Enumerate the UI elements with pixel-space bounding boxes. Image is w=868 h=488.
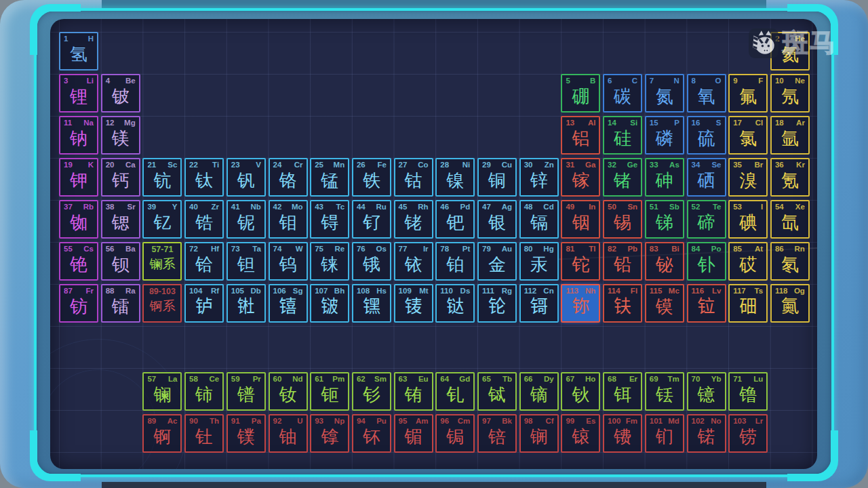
element-cell-u[interactable]: 92U铀	[269, 414, 308, 453]
element-cell-th[interactable]: 90Th钍	[184, 414, 224, 453]
element-cell-rf[interactable]: 104Rf𬬻	[184, 284, 224, 323]
element-cell-ce[interactable]: 58Ce铈	[184, 372, 224, 411]
element-cell-zr[interactable]: 40Zr锆	[184, 200, 224, 239]
element-cell-sg[interactable]: 106Sg𬭳	[269, 284, 308, 323]
element-cell-ga[interactable]: 31Ga镓	[561, 158, 600, 197]
element-cell-fm[interactable]: 100Fm镄	[603, 414, 642, 453]
element-cell-ir[interactable]: 77Ir铱	[394, 242, 433, 281]
element-cell-mo[interactable]: 42Mo钼	[269, 200, 308, 239]
element-cell-sb[interactable]: 51Sb锑	[645, 200, 684, 239]
element-cell-yb[interactable]: 70Yb镱	[687, 372, 726, 411]
element-cell-te[interactable]: 52Te碲	[687, 200, 726, 239]
element-cell-mc[interactable]: 115Mc镆	[645, 284, 684, 323]
element-cell-as[interactable]: 33As砷	[645, 158, 684, 197]
element-cell-cr[interactable]: 24Cr铬	[269, 158, 308, 197]
element-cell-tc[interactable]: 43Tc锝	[310, 200, 349, 239]
element-cell-os[interactable]: 76Os锇	[352, 242, 391, 281]
element-cell-no[interactable]: 102No锘	[687, 414, 726, 453]
element-cell-bh[interactable]: 107Bh𬭛	[310, 284, 349, 323]
element-cell-se[interactable]: 34Se硒	[687, 158, 726, 197]
element-cell-pa[interactable]: 91Pa镤	[226, 414, 266, 453]
element-cell-cs[interactable]: 55Cs铯	[59, 242, 98, 281]
element-cell-si[interactable]: 14Si硅	[603, 116, 642, 155]
element-cell-tm[interactable]: 69Tm铥	[645, 372, 684, 411]
element-cell-ti[interactable]: 22Ti钛	[184, 158, 224, 197]
element-cell-ra[interactable]: 88Ra镭	[101, 284, 140, 323]
element-cell-er[interactable]: 68Er铒	[603, 372, 642, 411]
element-cell-at[interactable]: 85At砹	[728, 242, 768, 281]
element-cell-lr[interactable]: 103Lr铹	[728, 414, 768, 453]
element-cell-bi[interactable]: 83Bi铋	[645, 242, 684, 281]
element-cell-ba[interactable]: 56Ba钡	[101, 242, 140, 281]
element-cell-nd[interactable]: 60Nd钕	[269, 372, 308, 411]
element-cell-f[interactable]: 9F氟	[728, 74, 768, 113]
element-cell-rn[interactable]: 86Rn氡	[770, 242, 810, 281]
element-cell-cu[interactable]: 29Cu铜	[477, 158, 517, 197]
element-cell-ds[interactable]: 110Ds𫟼	[435, 284, 475, 323]
element-cell-pd[interactable]: 46Pd钯	[435, 200, 475, 239]
element-cell-ts[interactable]: 117Ts鿬	[728, 284, 768, 323]
element-cell-kr[interactable]: 36Kr氪	[770, 158, 810, 197]
element-cell-cl[interactable]: 17Cl氯	[728, 116, 768, 155]
element-cell-s[interactable]: 16S硫	[687, 116, 726, 155]
element-cell-be[interactable]: 4Be铍	[101, 74, 140, 113]
element-cell-ru[interactable]: 44Ru钌	[352, 200, 391, 239]
element-cell-fe[interactable]: 26Fe铁	[352, 158, 391, 197]
element-cell-na[interactable]: 11Na钠	[59, 116, 98, 155]
element-cell-co[interactable]: 27Co钴	[394, 158, 433, 197]
element-cell-p[interactable]: 15P磷	[645, 116, 684, 155]
element-cell-n[interactable]: 7N氮	[645, 74, 684, 113]
element-cell-dy[interactable]: 66Dy镝	[519, 372, 559, 411]
element-cell-br[interactable]: 35Br溴	[728, 158, 768, 197]
element-cell-fl[interactable]: 114Fl𫓧	[603, 284, 642, 323]
element-cell-rh[interactable]: 45Rh铑	[394, 200, 433, 239]
element-cell-rg[interactable]: 111Rg𬬭	[477, 284, 517, 323]
element-cell-li[interactable]: 3Li锂	[59, 74, 98, 113]
element-cell-mt[interactable]: 109Mt鿏	[394, 284, 433, 323]
element-cell-og[interactable]: 118Og鿫	[770, 284, 810, 323]
element-cell-fr[interactable]: 87Fr钫	[59, 284, 98, 323]
element-cell-ni[interactable]: 28Ni镍	[435, 158, 475, 197]
element-cell-lu[interactable]: 71Lu镥	[728, 372, 768, 411]
element-cell-pm[interactable]: 61Pm钷	[310, 372, 349, 411]
element-cell-pb[interactable]: 82Pb铅	[603, 242, 642, 281]
element-cell-i[interactable]: 53I碘	[728, 200, 768, 239]
element-cell-cn[interactable]: 112Cn鿔	[519, 284, 559, 323]
element-cell-k[interactable]: 19K钾	[59, 158, 98, 197]
element-cell-la[interactable]: 57La镧	[142, 372, 182, 411]
element-cell-b[interactable]: 5B硼	[561, 74, 600, 113]
element-cell-hs[interactable]: 108Hs𬭶	[352, 284, 391, 323]
element-cell-ho[interactable]: 67Ho钬	[561, 372, 600, 411]
element-cell-pu[interactable]: 94Pu钚	[352, 414, 391, 453]
element-cell-ag[interactable]: 47Ag银	[477, 200, 517, 239]
element-cell-nb[interactable]: 41Nb铌	[226, 200, 266, 239]
element-cell-re[interactable]: 75Re铼	[310, 242, 349, 281]
element-cell-mn[interactable]: 25Mn锰	[310, 158, 349, 197]
element-cell-md[interactable]: 101Md钔	[645, 414, 684, 453]
element-cell-ca[interactable]: 20Ca钙	[101, 158, 140, 197]
element-cell-bk[interactable]: 97Bk锫	[477, 414, 517, 453]
element-cell-o[interactable]: 8O氧	[687, 74, 726, 113]
element-cell-sm[interactable]: 62Sm钐	[352, 372, 391, 411]
element-cell-mg[interactable]: 12Mg镁	[101, 116, 140, 155]
actinide-series-cell[interactable]: 89-103锕系	[142, 284, 182, 323]
element-cell-c[interactable]: 6C碳	[603, 74, 642, 113]
element-cell-sc[interactable]: 21Sc钪	[142, 158, 182, 197]
element-cell-pt[interactable]: 78Pt铂	[435, 242, 475, 281]
element-cell-po[interactable]: 84Po钋	[687, 242, 726, 281]
lanthanide-series-cell[interactable]: 57-71镧系	[142, 242, 182, 281]
element-cell-ge[interactable]: 32Ge锗	[603, 158, 642, 197]
element-cell-xe[interactable]: 54Xe氙	[770, 200, 810, 239]
element-cell-cd[interactable]: 48Cd镉	[519, 200, 559, 239]
element-cell-rb[interactable]: 37Rb铷	[59, 200, 98, 239]
element-cell-sn[interactable]: 50Sn锡	[603, 200, 642, 239]
element-cell-ta[interactable]: 73Ta钽	[226, 242, 266, 281]
element-cell-h[interactable]: 1H氢	[59, 32, 98, 70]
element-cell-pr[interactable]: 59Pr镨	[226, 372, 266, 411]
element-cell-ne[interactable]: 10Ne氖	[770, 74, 810, 113]
element-cell-ac[interactable]: 89Ac锕	[142, 414, 182, 453]
element-cell-v[interactable]: 23V钒	[226, 158, 266, 197]
element-cell-es[interactable]: 99Es锿	[561, 414, 600, 453]
element-cell-eu[interactable]: 63Eu铕	[394, 372, 433, 411]
element-cell-nh[interactable]: 113Nh鿭	[561, 284, 600, 323]
